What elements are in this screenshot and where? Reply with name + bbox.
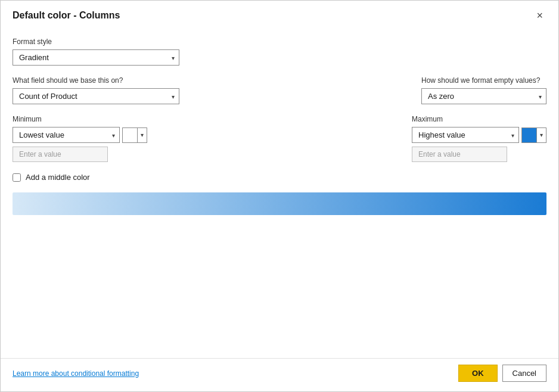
field-base-section: What field should we base this on? Count… [13,76,179,104]
minimum-color-chevron-button[interactable]: ▾ [138,127,147,143]
close-button[interactable]: × [533,9,546,22]
maximum-controls: Highest value Number Percent ▾ ▾ [412,127,546,143]
ok-button[interactable]: OK [458,365,498,382]
footer-buttons: OK Cancel [458,365,546,382]
minimum-controls: Lowest value Number Percent ▾ ▾ [13,127,147,143]
field-base-select[interactable]: Count of Product [13,88,179,104]
minimum-color-box: ▾ [122,127,147,143]
middle-color-row: Add a middle color [13,173,546,182]
gradient-bar [13,192,546,215]
field-row: What field should we base this on? Count… [13,76,546,104]
minimum-section: Minimum Lowest value Number Percent ▾ ▾ [13,115,147,162]
format-style-section: Format style Gradient Rules Field value … [13,38,546,66]
maximum-color-chevron-button[interactable]: ▾ [537,127,546,143]
minimum-color-preview[interactable] [122,127,138,143]
dialog-footer: Learn more about conditional formatting … [1,358,558,391]
dialog-title: Default color - Columns [13,10,120,21]
maximum-section: Maximum Highest value Number Percent ▾ ▾ [412,115,546,162]
minimum-type-select[interactable]: Lowest value Number Percent [13,127,120,143]
learn-more-link[interactable]: Learn more about conditional formatting [13,369,139,378]
dialog-body: Format style Gradient Rules Field value … [1,28,558,358]
middle-color-checkbox[interactable] [13,173,21,182]
maximum-type-select-wrapper: Highest value Number Percent ▾ [412,127,519,143]
maximum-label: Maximum [412,115,546,123]
minimum-label: Minimum [13,115,147,123]
minimum-type-select-wrapper: Lowest value Number Percent ▾ [13,127,120,143]
cancel-button[interactable]: Cancel [502,365,546,382]
middle-color-label: Add a middle color [26,173,90,182]
empty-values-section: How should we format empty values? As ze… [421,76,546,104]
field-base-label: What field should we base this on? [13,76,179,85]
maximum-color-preview[interactable] [521,127,537,143]
empty-values-select-wrapper: As zero As blank ▾ [421,88,546,104]
empty-values-label: How should we format empty values? [421,76,546,85]
field-base-select-wrapper: Count of Product ▾ [13,88,179,104]
dialog-header: Default color - Columns × [1,1,558,28]
min-max-row: Minimum Lowest value Number Percent ▾ ▾ [13,115,546,162]
maximum-type-select[interactable]: Highest value Number Percent [412,127,519,143]
minimum-value-input[interactable] [13,147,108,162]
maximum-value-input[interactable] [412,147,507,162]
dialog: Default color - Columns × Format style G… [0,0,559,392]
empty-values-select[interactable]: As zero As blank [421,88,546,104]
maximum-color-box: ▾ [521,127,546,143]
format-style-select[interactable]: Gradient Rules Field value [13,49,179,66]
format-style-select-wrapper: Gradient Rules Field value ▾ [13,49,179,66]
format-style-label: Format style [13,38,546,46]
